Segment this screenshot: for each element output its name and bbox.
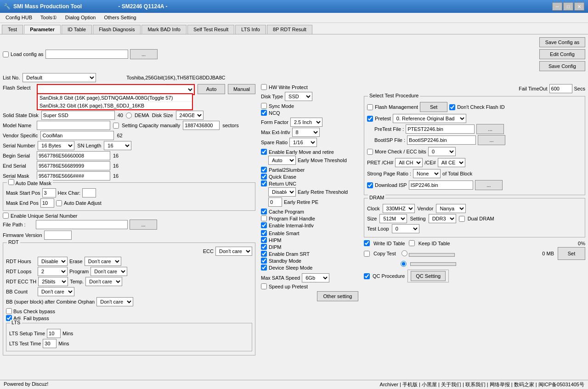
tab-self-test-result[interactable]: Self Test Result [187, 25, 234, 34]
hipm-checkbox[interactable] [261, 237, 267, 243]
standby-mode-checkbox[interactable] [261, 258, 267, 264]
firmware-version-input[interactable] [44, 231, 72, 240]
load-config-browse-btn[interactable]: ... [130, 49, 158, 59]
dram-vendor-select[interactable]: Nanya [436, 204, 466, 213]
enable-early-move-checkbox[interactable] [261, 149, 267, 155]
qc-procedure-checkbox[interactable] [364, 273, 370, 279]
tab-id-table[interactable]: ID Table [62, 25, 92, 34]
load-config-input[interactable] [45, 50, 128, 59]
write-copy-set-btn[interactable]: Set [558, 247, 585, 260]
dipm-checkbox[interactable] [261, 244, 267, 250]
menu-dialog-option[interactable]: Dialog Option [62, 14, 100, 22]
mask-start-pos-input[interactable] [42, 188, 56, 197]
pretest-select[interactable]: 0. Reference Original Bad [393, 114, 466, 123]
pret-ch-select[interactable]: All CH [395, 158, 423, 167]
pretest-file-browse-btn[interactable]: ... [476, 124, 504, 134]
enable-dram-srt-checkbox[interactable] [261, 251, 267, 257]
rdt-loops-select[interactable]: 2 [38, 267, 68, 276]
max-sata-speed-select[interactable]: 6Gb [302, 273, 329, 282]
end-serial-input[interactable] [37, 161, 110, 170]
setting-capacity-checkbox[interactable] [113, 123, 119, 129]
lts-test-time-input[interactable] [43, 339, 57, 348]
auto-btn[interactable]: Auto [198, 84, 225, 94]
ecc-select[interactable]: Don't care [215, 247, 252, 256]
sync-mode-checkbox[interactable] [261, 103, 267, 109]
flash-select-dropdown[interactable] [166, 85, 194, 94]
write-id-table-checkbox[interactable] [364, 240, 370, 246]
qc-setting-btn[interactable]: QC Setting [411, 271, 446, 281]
manual-btn[interactable]: Manual [228, 84, 255, 94]
hw-write-protect-checkbox[interactable] [261, 84, 267, 90]
edit-config-btn[interactable]: Edit Config [539, 49, 585, 59]
tab-mark-bad-info[interactable]: Mark BAD Info [141, 25, 187, 34]
quick-erase-checkbox[interactable] [261, 174, 267, 180]
speed-up-pretest-checkbox[interactable] [261, 283, 267, 289]
flash-management-checkbox[interactable] [367, 104, 373, 110]
lts-setup-time-input[interactable] [47, 329, 61, 338]
model-name-input[interactable] [37, 121, 110, 130]
copy-test-checkbox[interactable] [364, 251, 370, 257]
dont-check-flash-id-checkbox[interactable] [449, 104, 455, 110]
save-config-btn[interactable]: Save Config [539, 61, 585, 71]
file-path-browse-btn[interactable]: ... [130, 220, 157, 230]
ce-select[interactable]: All CE [438, 158, 465, 167]
auto-date-adjust-checkbox[interactable] [56, 200, 62, 206]
ssd-input[interactable] [41, 111, 115, 120]
program-fail-handle-checkbox[interactable] [261, 215, 267, 221]
dram-clock-select[interactable]: 330MHZ [383, 204, 415, 213]
flash-dropdown-item-1[interactable]: SanDisk,8 Gbit (16K page),SDTNQGAMA-008G… [38, 94, 192, 102]
flash-select-input[interactable] [38, 85, 166, 94]
setting-capacity-input[interactable] [183, 121, 220, 130]
form-factor-select[interactable]: 2.5 Inch [290, 118, 322, 127]
more-check-ecc-select[interactable]: 0 [428, 147, 456, 156]
flash-management-set-btn[interactable]: Set [420, 102, 447, 112]
dram-setting-select[interactable]: DDR3 [429, 214, 456, 223]
auto-date-mask-checkbox[interactable] [8, 179, 14, 185]
rdt-ecc-th-select[interactable]: 25bits [38, 277, 68, 286]
bb-count-select[interactable]: Don't care [38, 287, 74, 296]
enable-unique-checkbox[interactable] [3, 213, 9, 219]
more-check-ecc-checkbox[interactable] [367, 149, 373, 155]
program-select[interactable]: Don't care [90, 267, 127, 276]
cache-program-checkbox[interactable] [261, 209, 267, 214]
maximize-button[interactable]: □ [563, 2, 573, 11]
dema-radio[interactable] [126, 113, 132, 118]
erase-select[interactable]: Don't care [85, 257, 121, 266]
keep-id-table-checkbox[interactable] [409, 240, 415, 246]
early-retire-pe-input[interactable] [268, 197, 282, 207]
save-config-as-btn[interactable]: Save Config as [539, 37, 585, 47]
temp-select[interactable]: Don't care [85, 277, 122, 286]
strong-page-ratio-select[interactable]: None [413, 169, 441, 178]
isp-browse-btn[interactable]: ... [475, 180, 503, 190]
copy-radio-2[interactable] [401, 261, 407, 267]
bootisp-file-browse-btn[interactable]: ... [478, 135, 505, 145]
rdt-hours-select[interactable]: Disable [38, 257, 68, 266]
file-path-input[interactable] [36, 220, 128, 229]
max-ext-intlv-select[interactable]: 8 [292, 128, 320, 137]
tab-8p-rdt-result[interactable]: 8P RDT Result [267, 25, 312, 34]
ncq-checkbox[interactable] [261, 110, 267, 116]
return-unc-checkbox[interactable] [261, 180, 267, 186]
copy-radio-1[interactable] [401, 250, 407, 256]
sn-type-select[interactable]: 16 Bytes [38, 141, 74, 150]
fail-timeout-input[interactable] [549, 84, 572, 93]
bus-check-bypass-checkbox[interactable] [6, 308, 12, 314]
test-loop-select[interactable]: 0 [392, 224, 419, 233]
hex-char-input[interactable] [82, 188, 96, 197]
disk-size-select[interactable]: 240GB [176, 111, 204, 120]
disk-type-select[interactable]: SSD [285, 92, 312, 101]
other-setting-btn[interactable]: Other setting [317, 291, 358, 301]
early-retire-select[interactable]: Disable [268, 187, 296, 197]
pretest-file-input[interactable] [406, 124, 475, 134]
bootisp-file-input[interactable] [407, 135, 476, 145]
spare-ratio-select[interactable]: 1/16 [289, 138, 317, 147]
enable-internal-intlv-checkbox[interactable] [261, 222, 267, 228]
minimize-button[interactable]: ─ [552, 2, 562, 11]
device-sleep-mode-checkbox[interactable] [261, 265, 267, 271]
tab-flash-diagnosis[interactable]: Flash Diagnosis [93, 25, 141, 34]
flash-dropdown-item-2[interactable]: SanDisk,32 Gbit (16K page),TSB_6DDJ_16KB [38, 102, 192, 109]
enable-smart-checkbox[interactable] [261, 230, 267, 236]
sn-length-select[interactable]: 16 [104, 141, 131, 150]
dram-size-select[interactable]: 512M [379, 214, 407, 223]
mask-end-pos-input[interactable] [40, 198, 54, 208]
